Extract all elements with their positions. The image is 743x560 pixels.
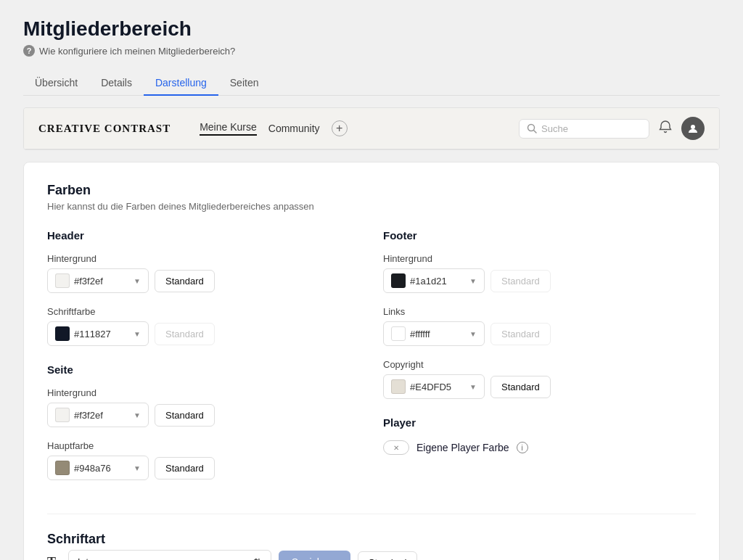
search-placeholder: Suche (541, 123, 568, 134)
footer-copyright-group: Copyright #E4DFD5 ▼ Standard (383, 359, 696, 399)
seite-hintergrund-hex: #f3f2ef (74, 410, 129, 421)
footer-hintergrund-row: #1a1d21 ▼ Standard (383, 268, 696, 293)
header-hintergrund-label: Hintergrund (47, 253, 360, 264)
footer-copyright-hex: #E4DFD5 (410, 382, 465, 392)
help-text: Wie konfiguriere ich meinen Mitgliederbe… (39, 46, 235, 57)
seite-hauptfarbe-hex: #948a76 (74, 463, 129, 474)
nav-link-community[interactable]: Community (268, 123, 320, 134)
seite-section: Seite Hintergrund #f3f2ef ▼ Standard (47, 363, 360, 480)
font-section: Schriftart Tr Inter ⇅ Speichern Standard… (47, 514, 696, 560)
footer-copyright-standard-btn[interactable]: Standard (490, 376, 551, 398)
header-schriftfarbe-standard-btn[interactable]: Standard (155, 323, 215, 345)
bell-icon[interactable] (658, 120, 673, 138)
header-hintergrund-picker[interactable]: #f3f2ef ▼ (47, 268, 149, 293)
search-bar[interactable]: Suche (519, 119, 649, 139)
content-card: Farben Hier kannst du die Farben deines … (23, 162, 720, 560)
tab-details[interactable]: Details (89, 71, 144, 96)
preview-bar: CREATIVE CONTRAST Meine Kurse Community … (23, 107, 720, 150)
player-toggle[interactable]: ✕ (383, 440, 409, 455)
header-schriftfarbe-swatch (55, 326, 70, 341)
footer-links-chevron: ▼ (469, 330, 477, 338)
footer-heading: Footer (383, 229, 696, 242)
footer-links-label: Links (383, 306, 696, 317)
seite-hintergrund-group: Hintergrund #f3f2ef ▼ Standard (47, 387, 360, 427)
user-avatar[interactable] (681, 117, 705, 140)
footer-copyright-picker[interactable]: #E4DFD5 ▼ (383, 374, 485, 399)
tab-seiten[interactable]: Seiten (218, 71, 271, 96)
header-schriftfarbe-label: Schriftfarbe (47, 306, 360, 317)
header-hintergrund-standard-btn[interactable]: Standard (155, 270, 215, 292)
search-icon (527, 123, 537, 133)
right-col: Footer Hintergrund #1a1d21 ▼ Standard Li… (383, 229, 696, 493)
seite-hintergrund-standard-btn[interactable]: Standard (155, 404, 215, 427)
seite-hintergrund-row: #f3f2ef ▼ Standard (47, 403, 360, 427)
font-value: Inter (78, 556, 98, 560)
seite-hauptfarbe-chevron: ▼ (134, 464, 141, 472)
preview-nav-right: Suche (519, 117, 705, 140)
header-schriftfarbe-group: Schriftfarbe #111827 ▼ Standard (47, 306, 360, 346)
player-section: Player ✕ Eigene Player Farbe i (383, 416, 696, 455)
colors-two-col: Header Hintergrund #f3f2ef ▼ Standard Sc… (47, 229, 696, 493)
seite-hauptfarbe-standard-btn[interactable]: Standard (155, 457, 215, 479)
svg-point-2 (691, 125, 695, 129)
seite-hauptfarbe-group: Hauptfarbe #948a76 ▼ Standard (47, 440, 360, 480)
header-schriftfarbe-row: #111827 ▼ Standard (47, 321, 360, 346)
footer-links-picker[interactable]: #ffffff ▼ (383, 321, 485, 346)
footer-hintergrund-hex: #1a1d21 (410, 276, 465, 287)
left-col: Header Hintergrund #f3f2ef ▼ Standard Sc… (47, 229, 360, 493)
footer-hintergrund-chevron: ▼ (469, 277, 477, 285)
colors-section-title: Farben (47, 183, 696, 198)
player-toggle-row: ✕ Eigene Player Farbe i (383, 440, 696, 455)
nav-add-button[interactable]: + (332, 120, 348, 136)
page-title: Mitgliederbereich (23, 17, 720, 41)
header-schriftfarbe-hex: #111827 (74, 329, 129, 339)
footer-hintergrund-label: Hintergrund (383, 253, 696, 264)
header-hintergrund-group: Hintergrund #f3f2ef ▼ Standard (47, 253, 360, 293)
help-icon: ? (23, 45, 35, 57)
seite-hauptfarbe-picker[interactable]: #948a76 ▼ (47, 456, 149, 480)
player-heading: Player (383, 416, 696, 429)
tabs-nav: Übersicht Details Darstellung Seiten (23, 71, 720, 96)
seite-heading: Seite (47, 363, 360, 376)
seite-hintergrund-label: Hintergrund (47, 387, 360, 398)
seite-hintergrund-chevron: ▼ (134, 411, 141, 419)
save-button[interactable]: Speichern (279, 551, 350, 560)
tab-ubersicht[interactable]: Übersicht (23, 71, 89, 96)
seite-hintergrund-picker[interactable]: #f3f2ef ▼ (47, 403, 149, 427)
footer-links-hex: #ffffff (410, 329, 465, 339)
player-info-icon[interactable]: i (517, 442, 528, 453)
colors-section-desc: Hier kannst du die Farben deines Mitglie… (47, 201, 696, 212)
header-schriftfarbe-picker[interactable]: #111827 ▼ (47, 321, 149, 346)
header-hintergrund-swatch (55, 273, 70, 288)
footer-links-standard-btn[interactable]: Standard (490, 323, 551, 345)
footer-links-group: Links #ffffff ▼ Standard (383, 306, 696, 346)
footer-links-row: #ffffff ▼ Standard (383, 321, 696, 346)
footer-copyright-swatch (391, 379, 406, 394)
header-hintergrund-row: #f3f2ef ▼ Standard (47, 268, 360, 293)
tab-darstellung[interactable]: Darstellung (144, 71, 218, 96)
font-section-title: Schriftart (47, 532, 696, 547)
font-row: Tr Inter ⇅ Speichern Standard (47, 550, 696, 560)
seite-hauptfarbe-label: Hauptfarbe (47, 440, 360, 451)
brand-logo: CREATIVE CONTRAST (38, 123, 171, 135)
preview-nav-links: Meine Kurse Community + (200, 120, 504, 136)
font-select-wrapper[interactable]: Inter ⇅ (68, 550, 271, 560)
seite-hauptfarbe-row: #948a76 ▼ Standard (47, 456, 360, 480)
footer-copyright-chevron: ▼ (469, 383, 477, 391)
preview-nav: CREATIVE CONTRAST Meine Kurse Community … (24, 108, 719, 149)
nav-link-meine-kurse[interactable]: Meine Kurse (200, 121, 257, 136)
player-toggle-label: Eigene Player Farbe (416, 442, 509, 453)
header-hintergrund-chevron: ▼ (134, 277, 141, 285)
footer-hintergrund-standard-btn[interactable]: Standard (490, 270, 551, 292)
svg-line-1 (534, 131, 537, 133)
font-type-icon: Tr (47, 555, 61, 561)
footer-hintergrund-swatch (391, 273, 406, 288)
footer-hintergrund-group: Hintergrund #1a1d21 ▼ Standard (383, 253, 696, 293)
font-arrows-icon: ⇅ (253, 556, 262, 560)
footer-links-swatch (391, 326, 406, 341)
font-standard-btn[interactable]: Standard (358, 551, 418, 561)
footer-copyright-row: #E4DFD5 ▼ Standard (383, 374, 696, 399)
help-link[interactable]: ? Wie konfiguriere ich meinen Mitglieder… (23, 45, 720, 57)
header-heading: Header (47, 229, 360, 242)
footer-hintergrund-picker[interactable]: #1a1d21 ▼ (383, 268, 485, 293)
